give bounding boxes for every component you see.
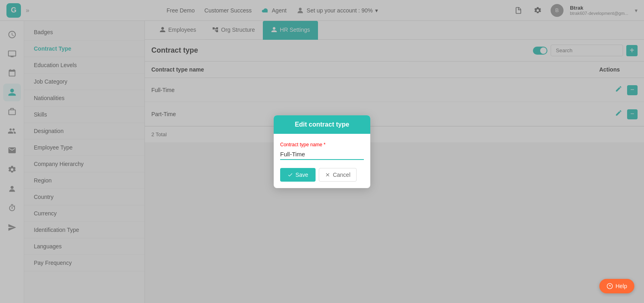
help-button[interactable]: Help: [599, 279, 634, 293]
contract-type-name-input[interactable]: [280, 149, 364, 160]
modal-field-label: Contract type name *: [280, 142, 364, 147]
check-icon: [287, 172, 293, 178]
modal-actions: Save Cancel: [280, 168, 364, 182]
modal-header: Edit contract type: [274, 115, 370, 134]
save-button[interactable]: Save: [280, 168, 316, 182]
required-indicator: *: [324, 142, 326, 147]
x-icon: [325, 172, 330, 178]
edit-contract-type-modal: Edit contract type Contract type name * …: [274, 115, 370, 188]
modal-body: Contract type name * Save Cancel: [274, 134, 370, 188]
modal-overlay: Edit contract type Contract type name * …: [0, 0, 644, 303]
help-icon: [607, 283, 613, 289]
cancel-button[interactable]: Cancel: [319, 168, 357, 182]
